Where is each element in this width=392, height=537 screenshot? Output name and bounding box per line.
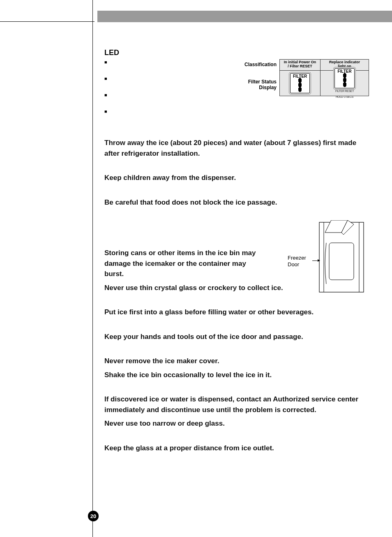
drops-icon bbox=[343, 74, 346, 87]
bullet-icon: ■ bbox=[104, 76, 107, 81]
freezer-door-illustration bbox=[319, 220, 364, 294]
paragraph: Storing cans or other items in the ice b… bbox=[104, 248, 265, 279]
paragraph: Put ice first into a glass before fillin… bbox=[104, 307, 367, 318]
filter-chip-icon: FILTER bbox=[334, 68, 354, 88]
section-title: LED bbox=[104, 48, 367, 57]
paragraph: Be careful that food does not block the … bbox=[104, 197, 367, 208]
freezer-door-label: Freezer Door bbox=[288, 255, 306, 267]
side-vertical-rule bbox=[92, 0, 93, 537]
drops-icon bbox=[298, 79, 302, 92]
filter-status-table: In initial Power On / Filter RESET Repla… bbox=[279, 59, 369, 96]
body-text: Throw away the ice (about 20 pieces) and… bbox=[104, 138, 367, 453]
filter-status-label: Filter Status Display bbox=[233, 79, 277, 91]
filter-cell-1: FILTER bbox=[280, 71, 321, 96]
paragraph: If discovered ice or water is dispensed,… bbox=[104, 394, 367, 415]
paragraph: Never use too narrow or deep glass. bbox=[104, 418, 367, 429]
header-rule bbox=[0, 21, 95, 22]
filter-chip-icon: FILTER bbox=[290, 73, 310, 93]
paragraph: Keep children away from the dispenser. bbox=[104, 173, 367, 183]
bullet-icon: ■ bbox=[104, 92, 107, 97]
paragraph: Never remove the ice maker cover. bbox=[104, 356, 367, 366]
paragraph: Keep the glass at a proper distance from… bbox=[104, 443, 367, 454]
table-header-initial: In initial Power On / Filter RESET bbox=[280, 60, 321, 70]
bullet-icon: ■ bbox=[104, 109, 107, 114]
bullet-icon: ■ bbox=[104, 60, 107, 65]
paragraph: Keep your hands and tools out of the ice… bbox=[104, 332, 367, 342]
paragraph: Throw away the ice (about 20 pieces) and… bbox=[104, 138, 367, 159]
page-number-badge: 20 bbox=[88, 511, 99, 521]
svg-rect-5 bbox=[329, 243, 354, 280]
filter-reset-text: FILTER RESET HOLD 3 SECS bbox=[335, 90, 354, 98]
classification-label: Classification bbox=[233, 62, 277, 67]
filter-cell-2: FILTER FILTER RESET HOLD 3 SECS bbox=[321, 71, 369, 96]
paragraph: Shake the ice bin occasionally to level … bbox=[104, 370, 367, 380]
header-bar bbox=[97, 11, 392, 22]
